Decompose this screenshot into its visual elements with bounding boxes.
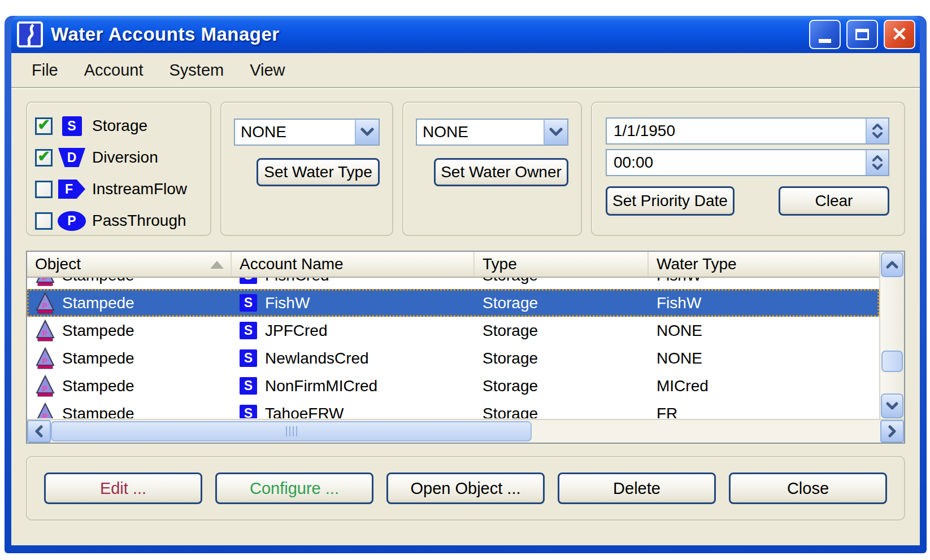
table-row[interactable]: PStampede STahoeFRW Storage FR (27, 400, 879, 418)
water-owner-dropdown-button[interactable] (544, 120, 567, 145)
thumb-grip (289, 426, 290, 436)
table-row[interactable]: PStampede SFishCred Storage FishW (27, 278, 879, 289)
column-label: Object (35, 255, 81, 273)
priority-time-spinbox[interactable]: 00:00 (606, 149, 889, 176)
priority-date-spinbox[interactable]: 1/1/1950 (606, 117, 889, 145)
menu-system[interactable]: System (170, 61, 224, 80)
table-row[interactable]: PStampede SFishW Storage FishW (27, 289, 879, 317)
table-header: Object Account Name Type Water Type (27, 252, 879, 278)
column-header-account-name[interactable]: Account Name (232, 252, 475, 277)
passthrough-checkbox[interactable]: ✔ (35, 212, 53, 230)
column-header-object[interactable]: Object (27, 252, 232, 277)
account-cell: TahoeFRW (265, 405, 344, 419)
account-cell: FishCred (265, 278, 329, 285)
table-row[interactable]: PStampede SNewlandsCred Storage NONE (27, 344, 879, 372)
riverware-app-icon (17, 21, 43, 47)
vertical-scroll-thumb[interactable] (881, 351, 903, 372)
spin-down-icon (872, 132, 883, 138)
delete-button[interactable]: Delete (558, 473, 716, 504)
passthrough-label: PassThrough (92, 212, 186, 230)
water-type-cell: FishW (657, 278, 701, 285)
type-cell: Storage (483, 322, 538, 340)
time-spin-buttons[interactable] (866, 150, 888, 175)
reservoir-object-icon: P (35, 402, 55, 419)
close-button[interactable]: ✕ (884, 20, 915, 49)
scroll-up-button[interactable] (881, 252, 903, 277)
water-type-cell: MICred (657, 377, 709, 395)
set-water-owner-button[interactable]: Set Water Owner (434, 158, 568, 186)
set-priority-date-button[interactable]: Set Priority Date (606, 186, 735, 216)
scroll-down-button[interactable] (881, 393, 903, 418)
priority-time-value: 00:00 (607, 150, 866, 175)
window-title: Water Accounts Manager (51, 24, 280, 45)
chevron-down-icon (549, 128, 563, 137)
vertical-scrollbar[interactable] (879, 252, 904, 419)
type-cell: Storage (483, 278, 538, 285)
svg-text:P: P (42, 384, 47, 393)
water-type-group: NONE Set Water Type (220, 102, 393, 236)
passthrough-account-icon: P (58, 211, 86, 231)
configure-button[interactable]: Configure ... (215, 473, 373, 504)
water-type-cell: FishW (657, 294, 701, 312)
reservoir-object-icon: P (35, 374, 55, 398)
table-row[interactable]: PStampede SNonFirmMICred Storage MICred (27, 372, 879, 400)
svg-text:P: P (42, 357, 47, 365)
horizontal-scroll-track[interactable] (51, 420, 880, 443)
storage-account-icon: S (240, 377, 257, 395)
instreamflow-checkbox[interactable]: ✔ (35, 181, 53, 198)
chevron-up-icon (885, 260, 899, 269)
chevron-down-icon (360, 128, 375, 137)
water-type-dropdown-button[interactable] (355, 120, 379, 145)
sort-ascending-icon (210, 261, 224, 269)
table-row[interactable]: PStampede SJPFCred Storage NONE (27, 317, 879, 344)
object-cell: Stampede (62, 322, 134, 340)
type-cell: Storage (483, 405, 538, 419)
filter-section: ✔ S Storage ✔ D Diversion ✔ F InstreamFl… (26, 102, 905, 236)
object-cell: Stampede (62, 294, 134, 312)
water-type-cell: NONE (657, 322, 702, 340)
vertical-scroll-track[interactable] (880, 278, 904, 393)
svg-text:P: P (42, 278, 47, 282)
titlebar[interactable]: Water Accounts Manager ✕ (11, 16, 920, 53)
set-water-type-button[interactable]: Set Water Type (257, 158, 380, 186)
object-cell: Stampede (62, 278, 134, 285)
water-accounts-manager-window: Water Accounts Manager ✕ File Account Sy… (5, 16, 927, 553)
open-object-button[interactable]: Open Object ... (386, 473, 545, 504)
column-header-type[interactable]: Type (475, 252, 649, 277)
scroll-right-button[interactable] (880, 420, 904, 443)
type-cell: Storage (483, 349, 538, 368)
reservoir-object-icon: P (35, 278, 55, 287)
water-type-combo[interactable]: NONE (234, 119, 380, 146)
menu-file[interactable]: File (32, 61, 58, 80)
diversion-checkbox[interactable]: ✔ (35, 149, 53, 167)
edit-button[interactable]: Edit ... (44, 473, 202, 504)
thumb-grip (293, 426, 294, 436)
date-spin-buttons[interactable] (866, 119, 888, 143)
object-cell: Stampede (62, 349, 134, 368)
clear-button[interactable]: Clear (779, 186, 889, 216)
instreamflow-filter-row: ✔ F InstreamFlow (35, 177, 210, 201)
column-label: Type (483, 255, 517, 273)
storage-checkbox[interactable]: ✔ (35, 117, 53, 135)
minimize-button[interactable] (809, 20, 841, 49)
storage-account-icon: S (62, 116, 82, 136)
account-cell: JPFCred (265, 322, 327, 340)
diversion-account-icon: D (58, 148, 85, 167)
horizontal-scroll-thumb[interactable] (51, 421, 532, 441)
menu-account[interactable]: Account (84, 61, 144, 80)
spin-up-icon (872, 124, 883, 130)
scroll-left-button[interactable] (27, 420, 51, 443)
reservoir-object-icon: P (35, 291, 55, 315)
menu-view[interactable]: View (250, 61, 285, 80)
account-type-filter-group: ✔ S Storage ✔ D Diversion ✔ F InstreamFl… (26, 102, 211, 236)
priority-date-value: 1/1/1950 (607, 119, 866, 143)
partial-row-clip: PStampede STahoeFRW Storage FR (27, 400, 879, 418)
instreamflow-label: InstreamFlow (92, 180, 187, 198)
water-owner-combo[interactable]: NONE (416, 119, 568, 146)
reservoir-object-icon: P (35, 319, 55, 343)
close-action-button[interactable]: Close (729, 473, 887, 504)
maximize-button[interactable] (846, 20, 878, 49)
minimize-icon (819, 39, 831, 43)
horizontal-scrollbar[interactable] (27, 419, 904, 443)
column-header-water-type[interactable]: Water Type (649, 252, 879, 277)
